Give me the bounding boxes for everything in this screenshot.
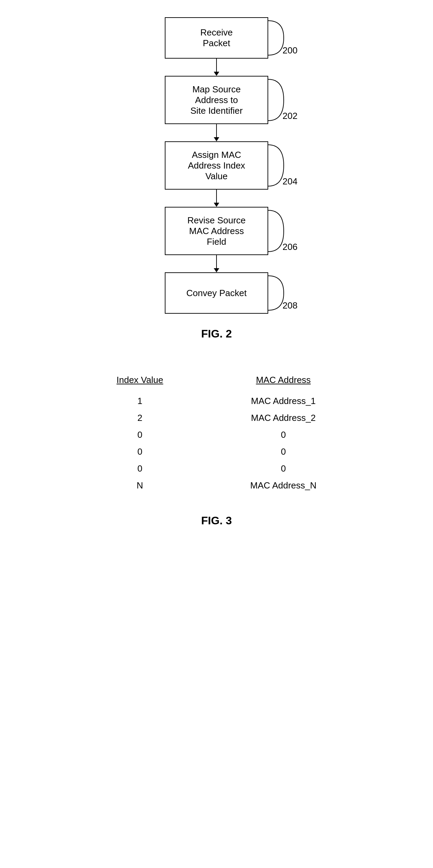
fig3-label: FIG. 3 xyxy=(201,514,232,527)
mac-row-6: MAC Address_N xyxy=(250,480,316,491)
index-row-2: 2 xyxy=(137,413,142,423)
step-202-number: 202 xyxy=(283,111,298,121)
mac-col: MAC Address MAC Address_1 MAC Address_2 … xyxy=(250,375,316,497)
step-208-label: Convey Packet xyxy=(187,288,247,299)
index-row-5: 0 xyxy=(137,463,142,474)
step-208-box: Convey Packet xyxy=(165,272,268,314)
step-206-label: Revise SourceMAC AddressField xyxy=(187,215,245,247)
mac-row-2: MAC Address_2 xyxy=(251,413,316,423)
step-206-number: 206 xyxy=(283,242,298,252)
step-204-box: Assign MACAddress IndexValue xyxy=(165,141,268,190)
mac-row-3: 0 xyxy=(281,430,286,440)
index-row-1: 1 xyxy=(137,396,142,406)
step-208-number: 208 xyxy=(283,300,298,311)
fig3-section: Index Value 1 2 0 0 0 N MAC Address MAC … xyxy=(0,375,433,534)
index-row-4: 0 xyxy=(137,446,142,457)
arrow-2 xyxy=(214,124,219,141)
step-200-number: 200 xyxy=(283,45,298,56)
step-204-number: 204 xyxy=(283,176,298,187)
step-206-box: Revise SourceMAC AddressField xyxy=(165,207,268,255)
step-200-box: ReceivePacket xyxy=(165,17,268,59)
step-202-label: Map SourceAddress toSite Identifier xyxy=(190,84,243,116)
index-row-6: N xyxy=(137,480,143,491)
mac-row-1: MAC Address_1 xyxy=(251,396,316,406)
arrow-4 xyxy=(214,255,219,272)
arrow-1 xyxy=(214,59,219,76)
step-200-label: ReceivePacket xyxy=(200,27,233,49)
index-col: Index Value 1 2 0 0 0 N xyxy=(117,375,163,497)
mac-row-4: 0 xyxy=(281,446,286,457)
step-204-label: Assign MACAddress IndexValue xyxy=(188,150,245,182)
mac-col-header: MAC Address xyxy=(256,375,311,385)
mac-row-5: 0 xyxy=(281,463,286,474)
arrow-3 xyxy=(214,190,219,207)
fig3-table: Index Value 1 2 0 0 0 N MAC Address MAC … xyxy=(96,375,337,497)
index-row-3: 0 xyxy=(137,430,142,440)
step-202-box: Map SourceAddress toSite Identifier xyxy=(165,76,268,124)
index-col-header: Index Value xyxy=(117,375,163,385)
fig2-label: FIG. 2 xyxy=(201,327,232,340)
